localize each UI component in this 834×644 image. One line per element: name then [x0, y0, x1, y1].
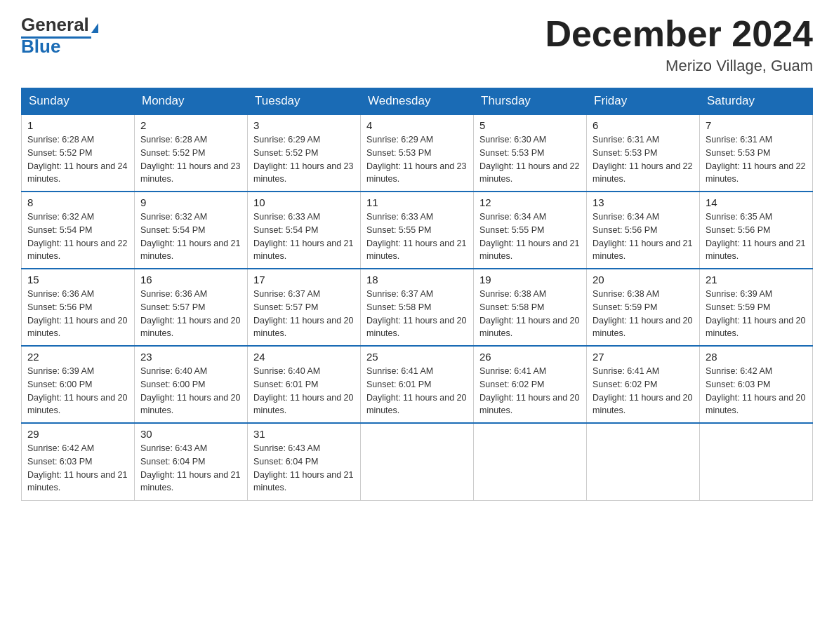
day-info: Sunrise: 6:41 AM Sunset: 6:01 PM Dayligh… [366, 365, 468, 417]
day-number: 8 [27, 196, 128, 208]
day-info: Sunrise: 6:31 AM Sunset: 5:53 PM Dayligh… [593, 133, 694, 186]
day-number: 30 [140, 428, 241, 440]
day-number: 22 [27, 351, 128, 363]
day-info: Sunrise: 6:33 AM Sunset: 5:55 PM Dayligh… [366, 210, 468, 263]
empty-cell [474, 423, 587, 500]
weekday-header-row: SundayMondayTuesdayWednesdayThursdayFrid… [22, 88, 813, 115]
day-info: Sunrise: 6:30 AM Sunset: 5:53 PM Dayligh… [479, 133, 581, 186]
calendar-day-cell: 15 Sunrise: 6:36 AM Sunset: 5:56 PM Dayl… [22, 269, 135, 346]
day-number: 26 [479, 351, 581, 363]
calendar-day-cell: 11 Sunrise: 6:33 AM Sunset: 5:55 PM Dayl… [361, 192, 474, 269]
day-info: Sunrise: 6:34 AM Sunset: 5:56 PM Dayligh… [593, 210, 694, 263]
day-info: Sunrise: 6:31 AM Sunset: 5:53 PM Dayligh… [706, 133, 807, 186]
day-info: Sunrise: 6:33 AM Sunset: 5:54 PM Dayligh… [253, 210, 355, 263]
calendar-day-cell: 16 Sunrise: 6:36 AM Sunset: 5:57 PM Dayl… [135, 269, 248, 346]
day-info: Sunrise: 6:39 AM Sunset: 6:00 PM Dayligh… [27, 365, 128, 417]
day-info: Sunrise: 6:28 AM Sunset: 5:52 PM Dayligh… [27, 133, 128, 186]
weekday-header-friday: Friday [587, 88, 700, 115]
calendar-day-cell: 1 Sunrise: 6:28 AM Sunset: 5:52 PM Dayli… [22, 114, 135, 192]
day-info: Sunrise: 6:38 AM Sunset: 5:58 PM Dayligh… [479, 288, 581, 340]
calendar-day-cell: 21 Sunrise: 6:39 AM Sunset: 5:59 PM Dayl… [700, 269, 813, 346]
calendar-day-cell: 2 Sunrise: 6:28 AM Sunset: 5:52 PM Dayli… [135, 114, 248, 192]
calendar-day-cell: 4 Sunrise: 6:29 AM Sunset: 5:53 PM Dayli… [361, 114, 474, 192]
month-title: December 2024 [545, 14, 813, 54]
calendar-week-row: 8 Sunrise: 6:32 AM Sunset: 5:54 PM Dayli… [22, 192, 813, 269]
calendar-day-cell: 22 Sunrise: 6:39 AM Sunset: 6:00 PM Dayl… [22, 346, 135, 423]
day-number: 18 [366, 274, 468, 286]
calendar-day-cell: 3 Sunrise: 6:29 AM Sunset: 5:52 PM Dayli… [248, 114, 361, 192]
location-title: Merizo Village, Guam [545, 57, 813, 75]
calendar-day-cell: 14 Sunrise: 6:35 AM Sunset: 5:56 PM Dayl… [700, 192, 813, 269]
empty-cell [700, 423, 813, 500]
day-number: 25 [366, 351, 468, 363]
day-number: 24 [253, 351, 355, 363]
logo: General Blue [21, 14, 98, 58]
weekday-header-monday: Monday [135, 88, 248, 115]
calendar-day-cell: 9 Sunrise: 6:32 AM Sunset: 5:54 PM Dayli… [135, 192, 248, 269]
day-number: 9 [140, 196, 241, 208]
day-info: Sunrise: 6:43 AM Sunset: 6:04 PM Dayligh… [140, 442, 241, 495]
day-number: 1 [27, 119, 128, 131]
day-number: 15 [27, 274, 128, 286]
empty-cell [361, 423, 474, 500]
day-number: 13 [593, 196, 694, 208]
day-info: Sunrise: 6:35 AM Sunset: 5:56 PM Dayligh… [706, 210, 807, 263]
calendar-day-cell: 12 Sunrise: 6:34 AM Sunset: 5:55 PM Dayl… [474, 192, 587, 269]
day-number: 16 [140, 274, 241, 286]
day-number: 29 [27, 428, 128, 440]
calendar-day-cell: 28 Sunrise: 6:42 AM Sunset: 6:03 PM Dayl… [700, 346, 813, 423]
day-number: 28 [706, 351, 807, 363]
day-number: 3 [253, 119, 355, 131]
day-number: 5 [479, 119, 581, 131]
day-number: 14 [706, 196, 807, 208]
day-info: Sunrise: 6:36 AM Sunset: 5:57 PM Dayligh… [140, 288, 241, 340]
calendar-day-cell: 8 Sunrise: 6:32 AM Sunset: 5:54 PM Dayli… [22, 192, 135, 269]
day-number: 11 [366, 196, 468, 208]
day-info: Sunrise: 6:40 AM Sunset: 6:01 PM Dayligh… [253, 365, 355, 417]
calendar-day-cell: 19 Sunrise: 6:38 AM Sunset: 5:58 PM Dayl… [474, 269, 587, 346]
calendar-day-cell: 26 Sunrise: 6:41 AM Sunset: 6:02 PM Dayl… [474, 346, 587, 423]
calendar-day-cell: 29 Sunrise: 6:42 AM Sunset: 6:03 PM Dayl… [22, 423, 135, 500]
day-info: Sunrise: 6:34 AM Sunset: 5:55 PM Dayligh… [479, 210, 581, 263]
day-number: 10 [253, 196, 355, 208]
day-info: Sunrise: 6:38 AM Sunset: 5:59 PM Dayligh… [593, 288, 694, 340]
calendar-week-row: 15 Sunrise: 6:36 AM Sunset: 5:56 PM Dayl… [22, 269, 813, 346]
day-info: Sunrise: 6:40 AM Sunset: 6:00 PM Dayligh… [140, 365, 241, 417]
calendar-day-cell: 23 Sunrise: 6:40 AM Sunset: 6:00 PM Dayl… [135, 346, 248, 423]
calendar-day-cell: 6 Sunrise: 6:31 AM Sunset: 5:53 PM Dayli… [587, 114, 700, 192]
calendar-day-cell: 5 Sunrise: 6:30 AM Sunset: 5:53 PM Dayli… [474, 114, 587, 192]
day-number: 12 [479, 196, 581, 208]
day-info: Sunrise: 6:37 AM Sunset: 5:57 PM Dayligh… [253, 288, 355, 340]
calendar-week-row: 22 Sunrise: 6:39 AM Sunset: 6:00 PM Dayl… [22, 346, 813, 423]
weekday-header-wednesday: Wednesday [361, 88, 474, 115]
day-info: Sunrise: 6:42 AM Sunset: 6:03 PM Dayligh… [706, 365, 807, 417]
day-info: Sunrise: 6:36 AM Sunset: 5:56 PM Dayligh… [27, 288, 128, 340]
day-number: 27 [593, 351, 694, 363]
day-info: Sunrise: 6:37 AM Sunset: 5:58 PM Dayligh… [366, 288, 468, 340]
calendar-day-cell: 31 Sunrise: 6:43 AM Sunset: 6:04 PM Dayl… [248, 423, 361, 500]
day-info: Sunrise: 6:41 AM Sunset: 6:02 PM Dayligh… [593, 365, 694, 417]
day-number: 31 [253, 428, 355, 440]
day-info: Sunrise: 6:39 AM Sunset: 5:59 PM Dayligh… [706, 288, 807, 340]
day-info: Sunrise: 6:32 AM Sunset: 5:54 PM Dayligh… [27, 210, 128, 263]
day-number: 17 [253, 274, 355, 286]
day-info: Sunrise: 6:41 AM Sunset: 6:02 PM Dayligh… [479, 365, 581, 417]
day-info: Sunrise: 6:28 AM Sunset: 5:52 PM Dayligh… [140, 133, 241, 186]
day-number: 20 [593, 274, 694, 286]
day-number: 23 [140, 351, 241, 363]
logo-blue: Blue [21, 36, 60, 58]
day-info: Sunrise: 6:42 AM Sunset: 6:03 PM Dayligh… [27, 442, 128, 495]
day-number: 4 [366, 119, 468, 131]
weekday-header-thursday: Thursday [474, 88, 587, 115]
calendar-day-cell: 30 Sunrise: 6:43 AM Sunset: 6:04 PM Dayl… [135, 423, 248, 500]
calendar-week-row: 1 Sunrise: 6:28 AM Sunset: 5:52 PM Dayli… [22, 114, 813, 192]
empty-cell [587, 423, 700, 500]
calendar-day-cell: 7 Sunrise: 6:31 AM Sunset: 5:53 PM Dayli… [700, 114, 813, 192]
day-number: 19 [479, 274, 581, 286]
weekday-header-sunday: Sunday [22, 88, 135, 115]
day-info: Sunrise: 6:29 AM Sunset: 5:53 PM Dayligh… [366, 133, 468, 186]
calendar-day-cell: 20 Sunrise: 6:38 AM Sunset: 5:59 PM Dayl… [587, 269, 700, 346]
calendar-day-cell: 24 Sunrise: 6:40 AM Sunset: 6:01 PM Dayl… [248, 346, 361, 423]
calendar-day-cell: 27 Sunrise: 6:41 AM Sunset: 6:02 PM Dayl… [587, 346, 700, 423]
calendar-day-cell: 25 Sunrise: 6:41 AM Sunset: 6:01 PM Dayl… [361, 346, 474, 423]
